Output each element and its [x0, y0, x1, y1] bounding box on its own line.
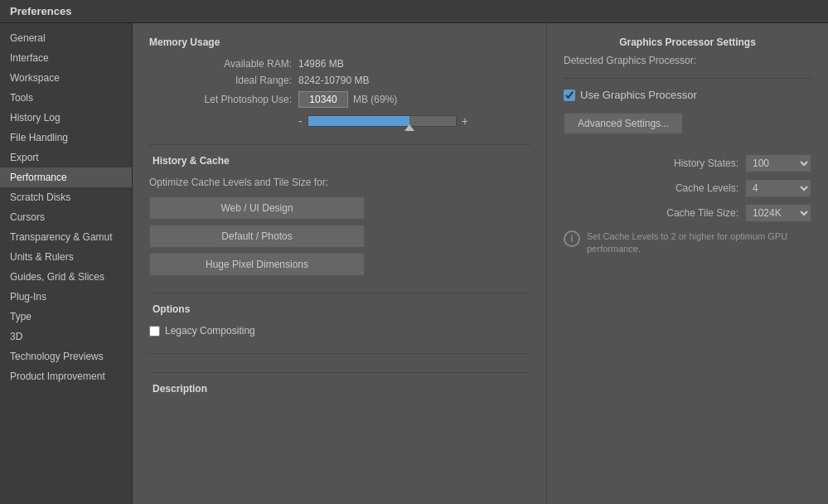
ideal-range-label: Ideal Range: [149, 75, 298, 86]
cache-tile-size-select[interactable]: 1024K 512K 256K 128K [745, 204, 811, 222]
title-bar: Preferences [0, 0, 828, 23]
sidebar-item-units-rulers[interactable]: Units & Rulers [0, 247, 132, 267]
memory-slider-track[interactable] [307, 115, 457, 127]
cache-tile-size-row: Cache Tile Size: 1024K 512K 256K 128K [564, 204, 811, 222]
cache-levels-label: Cache Levels: [564, 182, 738, 194]
history-cache-section: History & Cache Optimize Cache Levels an… [149, 144, 530, 276]
web-ui-design-button[interactable]: Web / UI Design [149, 196, 365, 220]
title-bar-label: Preferences [10, 5, 71, 17]
slider-plus-icon[interactable]: + [462, 114, 468, 128]
options-section: Options Legacy Compositing [149, 293, 530, 337]
description-title: Description [149, 383, 530, 395]
available-ram-label: Available RAM: [149, 58, 298, 70]
ideal-range-row: Ideal Range: 8242-10790 MB [149, 75, 530, 86]
advanced-settings-button[interactable]: Advanced Settings... [564, 113, 683, 134]
use-gpu-checkbox[interactable] [564, 90, 575, 101]
cache-settings-section: History States: 100 50 20 10 Cache Level… [564, 154, 811, 256]
sidebar: General Interface Workspace Tools Histor… [0, 23, 133, 504]
cache-levels-row: Cache Levels: 4 2 3 5 [564, 179, 811, 197]
sidebar-item-product-improvement[interactable]: Product Improvement [0, 366, 132, 386]
available-ram-value: 14986 MB [298, 58, 344, 70]
let-photoshop-percent: MB (69%) [353, 94, 397, 105]
history-states-select[interactable]: 100 50 20 10 [745, 154, 811, 172]
right-panel: Graphics Processor Settings Detected Gra… [546, 23, 828, 504]
sidebar-item-plug-ins[interactable]: Plug-Ins [0, 287, 132, 307]
history-states-label: History States: [564, 158, 738, 169]
sidebar-item-guides-grid-slices[interactable]: Guides, Grid & Slices [0, 267, 132, 287]
legacy-compositing-label: Legacy Compositing [165, 325, 255, 337]
default-photos-button[interactable]: Default / Photos [149, 225, 365, 248]
huge-pixel-button[interactable]: Huge Pixel Dimensions [149, 253, 365, 276]
cache-info-text: Set Cache Levels to 2 or higher for opti… [587, 230, 811, 256]
gpu-section-title: Graphics Processor Settings [564, 36, 811, 48]
sidebar-item-technology-previews[interactable]: Technology Previews [0, 346, 132, 366]
let-photoshop-label: Let Photoshop Use: [149, 94, 298, 105]
cache-info-row: i Set Cache Levels to 2 or higher for op… [564, 230, 811, 256]
cache-tile-size-label: Cache Tile Size: [564, 207, 738, 219]
memory-slider-fill [308, 116, 410, 126]
history-cache-title: History & Cache [149, 155, 530, 167]
sidebar-item-performance[interactable]: Performance [0, 167, 132, 187]
content-area: Memory Usage Available RAM: 14986 MB Ide… [133, 23, 828, 504]
sidebar-item-file-handling[interactable]: File Handling [0, 128, 132, 148]
sidebar-item-history-log[interactable]: History Log [0, 108, 132, 128]
use-gpu-label: Use Graphics Processor [580, 89, 697, 101]
sidebar-item-tools[interactable]: Tools [0, 88, 132, 108]
cache-buttons-group: Web / UI Design Default / Photos Huge Pi… [149, 196, 365, 276]
memory-slider-row: - + [298, 114, 530, 128]
memory-usage-section: Memory Usage Available RAM: 14986 MB Ide… [149, 36, 530, 128]
sidebar-item-interface[interactable]: Interface [0, 48, 132, 68]
detected-gpu-label: Detected Graphics Processor: [564, 55, 811, 66]
sidebar-item-3d[interactable]: 3D [0, 327, 132, 346]
gpu-section: Graphics Processor Settings Detected Gra… [564, 36, 811, 134]
slider-minus-icon[interactable]: - [298, 114, 303, 128]
let-photoshop-row: Let Photoshop Use: MB (69%) [149, 91, 530, 108]
sidebar-item-general[interactable]: General [0, 28, 132, 48]
description-section: Description [149, 353, 530, 395]
ideal-range-value: 8242-10790 MB [298, 75, 369, 86]
sidebar-item-export[interactable]: Export [0, 148, 132, 167]
legacy-compositing-checkbox[interactable] [149, 326, 160, 337]
sidebar-item-workspace[interactable]: Workspace [0, 68, 132, 88]
sidebar-item-scratch-disks[interactable]: Scratch Disks [0, 187, 132, 207]
legacy-compositing-row: Legacy Compositing [149, 325, 530, 337]
sidebar-item-type[interactable]: Type [0, 307, 132, 327]
memory-slider-thumb [404, 124, 414, 131]
memory-usage-title: Memory Usage [149, 36, 530, 48]
let-photoshop-input[interactable] [298, 91, 348, 108]
sidebar-item-cursors[interactable]: Cursors [0, 207, 132, 227]
cache-levels-select[interactable]: 4 2 3 5 [745, 179, 811, 197]
available-ram-row: Available RAM: 14986 MB [149, 58, 530, 70]
info-icon: i [564, 230, 580, 247]
main-panel: Memory Usage Available RAM: 14986 MB Ide… [133, 23, 546, 504]
use-gpu-row: Use Graphics Processor [564, 89, 811, 101]
options-title: Options [149, 303, 530, 315]
sidebar-item-transparency-gamut[interactable]: Transparency & Gamut [0, 227, 132, 247]
history-states-row: History States: 100 50 20 10 [564, 154, 811, 172]
optimize-label: Optimize Cache Levels and Tile Size for: [149, 177, 530, 188]
